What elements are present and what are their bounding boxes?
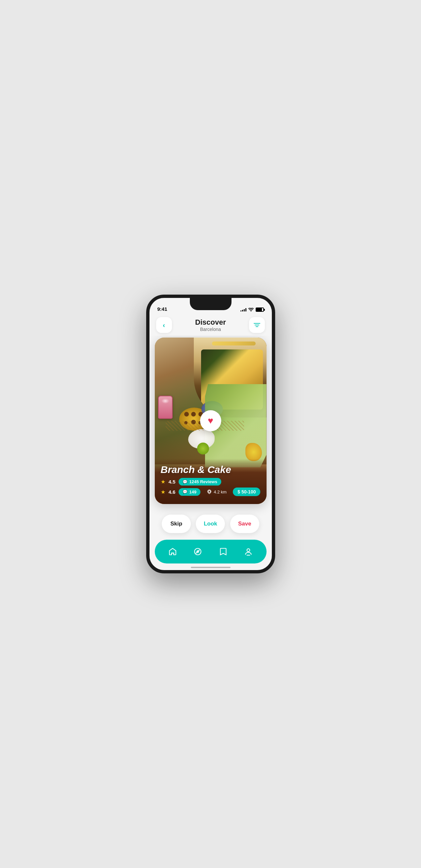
nav-saved[interactable]	[215, 543, 231, 560]
back-button[interactable]: ‹	[156, 317, 172, 333]
phone-frame: 9:41	[146, 294, 275, 574]
nav-discover[interactable]	[190, 543, 206, 560]
compass-icon	[194, 547, 202, 556]
look-label: Look	[204, 521, 217, 527]
nav-profile[interactable]	[240, 543, 257, 560]
card-image: ♥ Branch & Cake ★ 4.5 💬 1245 Reviews	[155, 338, 266, 504]
header-title: Discover Barcelona	[195, 318, 226, 332]
rating-2: 4.6	[169, 489, 176, 495]
restaurant-name: Branch & Cake	[161, 464, 261, 475]
status-icons	[241, 308, 264, 312]
location-icon	[207, 489, 212, 494]
discover-title: Discover	[195, 318, 226, 327]
svg-point-3	[208, 491, 210, 492]
status-time: 9:41	[158, 306, 167, 312]
back-arrow-icon: ‹	[163, 321, 165, 329]
reviews-badge-2: 💬 149	[178, 488, 200, 496]
price-badge: $ 50-100	[233, 488, 260, 496]
nav-home[interactable]	[164, 543, 181, 560]
phone-screen: 9:41	[149, 298, 272, 570]
reviews-badge-1: 💬 1245 Reviews	[178, 478, 221, 486]
heart-icon: ♥	[208, 416, 213, 426]
svg-point-5	[197, 551, 198, 552]
info-row-2: ★ 4.6 💬 149 4.2 km	[161, 488, 261, 496]
header: ‹ Discover Barcelona	[149, 314, 272, 336]
skip-label: Skip	[170, 521, 182, 527]
action-buttons: Skip Look Save	[149, 515, 272, 533]
chat-icon: 💬	[183, 479, 188, 484]
bookmark-icon	[219, 547, 227, 556]
look-button[interactable]: Look	[196, 515, 225, 533]
wifi-icon	[248, 308, 254, 312]
home-icon	[168, 547, 177, 556]
info-row-1: ★ 4.5 💬 1245 Reviews	[161, 478, 261, 486]
reviews-count-1: 1245 Reviews	[189, 479, 217, 484]
card-overlay: Branch & Cake ★ 4.5 💬 1245 Reviews ★ 4.6	[155, 459, 266, 504]
home-indicator	[191, 567, 230, 568]
filter-icon	[253, 322, 261, 328]
skip-button[interactable]: Skip	[162, 515, 191, 533]
distance-info: 4.2 km	[207, 489, 227, 494]
rating-1: 4.5	[169, 479, 176, 485]
star-icon-1: ★	[161, 478, 165, 485]
chat-icon-2: 💬	[183, 490, 188, 494]
star-icon-2: ★	[161, 489, 165, 495]
battery-icon	[256, 308, 264, 312]
reviews-count-2: 149	[189, 490, 196, 494]
favorite-button[interactable]: ♥	[200, 410, 221, 431]
save-button[interactable]: Save	[230, 515, 259, 533]
distance-value: 4.2 km	[214, 490, 227, 494]
svg-point-6	[247, 549, 250, 552]
profile-icon	[244, 547, 253, 556]
filter-button[interactable]	[249, 317, 265, 333]
restaurant-card[interactable]: ♥ Branch & Cake ★ 4.5 💬 1245 Reviews	[155, 338, 266, 504]
bottom-navigation	[155, 540, 266, 563]
save-label: Save	[238, 521, 251, 527]
city-subtitle: Barcelona	[195, 327, 226, 332]
notch	[190, 298, 231, 310]
signal-icon	[241, 308, 246, 311]
